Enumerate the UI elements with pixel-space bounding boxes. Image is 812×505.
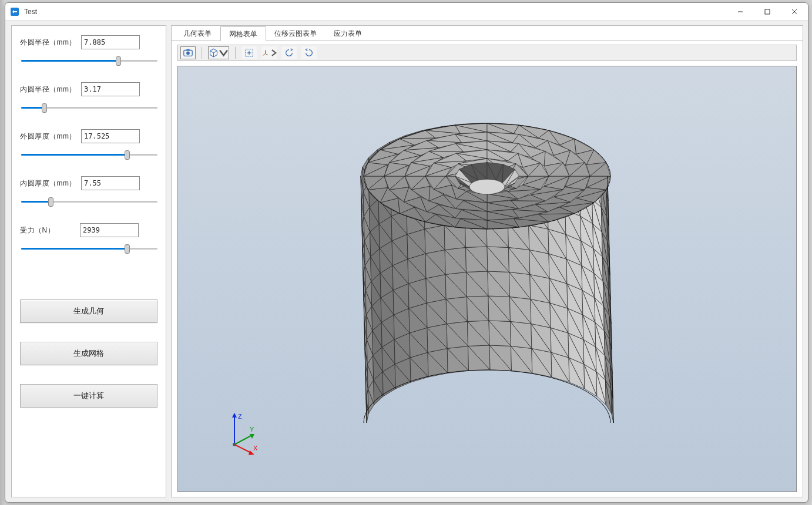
screenshot-icon[interactable] (180, 46, 196, 59)
field-input-0[interactable] (81, 35, 140, 49)
generate-mesh-button[interactable]: 生成网格 (20, 342, 157, 365)
parameter-panel: 外圆半径（mm） 内圆半径（mm） 外圆厚度（mm） 内圆厚度（mm） 受力（N… (11, 25, 166, 497)
fit-view-icon[interactable] (241, 46, 257, 59)
field-label-4: 受力（N） (20, 225, 75, 235)
maximize-button[interactable] (754, 3, 781, 20)
svg-rect-7 (186, 49, 189, 51)
rotate-left-icon[interactable] (281, 46, 297, 59)
rotate-right-icon[interactable] (301, 46, 317, 59)
field-slider-3[interactable] (21, 196, 157, 207)
svg-point-563 (469, 179, 505, 194)
minimize-button[interactable] (727, 3, 754, 20)
field-label-2: 外圆厚度（mm） (20, 132, 76, 142)
title-bar: Test (5, 3, 808, 21)
field-label-0: 外圆半径（mm） (20, 38, 76, 48)
tab-0[interactable]: 几何表单 (175, 26, 220, 41)
axis-orientation-icon[interactable] (261, 46, 277, 59)
generate-geometry-button[interactable]: 生成几何 (20, 299, 157, 323)
field-input-2[interactable] (81, 129, 140, 143)
svg-point-9 (249, 52, 250, 54)
field-input-4[interactable] (80, 223, 139, 237)
svg-point-6 (186, 52, 190, 55)
close-button[interactable] (781, 3, 808, 20)
viewport-canvas[interactable]: Z Y X (177, 66, 797, 492)
viewport-area: Z Y X (172, 41, 803, 497)
tab-3[interactable]: 应力表单 (326, 26, 371, 41)
field-slider-2[interactable] (21, 149, 157, 160)
isometric-view-icon[interactable] (208, 46, 229, 59)
field-input-1[interactable] (81, 82, 140, 96)
app-icon (10, 7, 19, 16)
field-input-3[interactable] (81, 176, 140, 190)
field-slider-4[interactable] (21, 243, 157, 254)
field-label-3: 内圆厚度（mm） (20, 179, 76, 188)
app-window: Test 外圆半径（mm） 内圆半径（mm） 外圆厚度（mm） 内圆厚度（mm） (5, 2, 808, 503)
tab-1[interactable]: 网格表单 (220, 26, 266, 41)
svg-line-11 (266, 53, 269, 55)
mesh-rendering (334, 88, 640, 470)
window-title: Test (24, 8, 727, 16)
compute-button[interactable]: 一键计算 (20, 384, 157, 408)
tab-2[interactable]: 位移云图表单 (266, 26, 326, 41)
viewport-toolbar (177, 45, 797, 61)
main-panel: 几何表单网格表单位移云图表单应力表单 (171, 25, 803, 497)
tab-bar: 几何表单网格表单位移云图表单应力表单 (172, 26, 803, 41)
svg-rect-2 (765, 9, 770, 14)
field-slider-1[interactable] (21, 102, 157, 113)
field-label-1: 内圆半径（mm） (20, 85, 76, 95)
field-slider-0[interactable] (21, 55, 157, 66)
svg-line-12 (263, 53, 266, 55)
